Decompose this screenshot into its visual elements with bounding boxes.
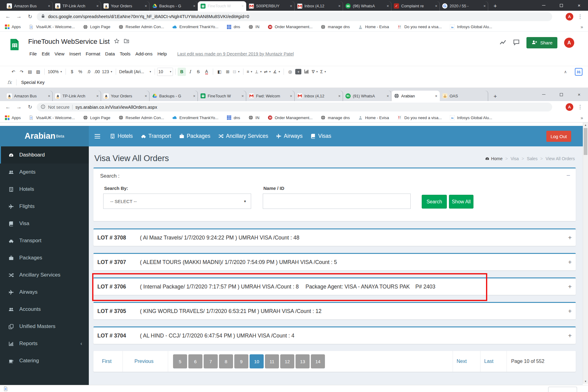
paint-format-icon[interactable]: ▨ xyxy=(34,68,42,76)
bookmark-item[interactable]: Order Management... xyxy=(267,24,313,29)
vertical-scrollbar[interactable]: ▲ ▼ xyxy=(583,123,588,384)
format-percent-button[interactable]: % xyxy=(76,68,85,76)
page-button[interactable]: 6 xyxy=(188,354,202,368)
menu-item[interactable]: Edit xyxy=(39,50,52,58)
bookmark-item[interactable]: manage dns xyxy=(321,115,350,120)
bookmark-item[interactable]: dns xyxy=(226,24,240,29)
bookmark-item[interactable]: Login Page xyxy=(83,115,110,120)
topnav-item[interactable]: Hotels xyxy=(106,126,137,146)
maximize-icon[interactable] xyxy=(552,0,570,11)
topnav-item[interactable]: Visas xyxy=(307,126,335,146)
expand-plus-icon[interactable]: + xyxy=(568,307,572,315)
profile-avatar[interactable]: A xyxy=(566,103,573,111)
bookmark-item[interactable]: manage dns xyxy=(321,24,350,29)
bookmarks-overflow-icon[interactable]: » xyxy=(581,24,583,29)
page-button[interactable]: 7 xyxy=(204,354,218,368)
functions-icon[interactable]: Σ▼ xyxy=(319,68,327,76)
reload-icon[interactable]: ↻ xyxy=(26,12,34,21)
close-icon[interactable]: × xyxy=(570,0,588,11)
sidebar-item[interactable]: Transport xyxy=(0,232,89,249)
browser-tab[interactable]: a Your Orders × xyxy=(101,91,149,101)
sidebar-item[interactable]: Agents xyxy=(0,164,89,181)
comments-icon[interactable] xyxy=(513,39,520,47)
browser-tab[interactable]: a TP-Link Arch × xyxy=(53,91,101,101)
topnav-item[interactable]: Ancillary Services xyxy=(214,126,272,146)
show-all-button[interactable]: Show All xyxy=(449,195,473,209)
expand-plus-icon[interactable]: + xyxy=(568,234,572,241)
tab-close-icon[interactable]: × xyxy=(241,4,244,8)
text-rotation-icon[interactable]: ∡▼ xyxy=(272,68,281,76)
formula-input[interactable]: Special Key xyxy=(21,80,45,85)
apps-shortcut[interactable]: Apps xyxy=(5,24,21,29)
calendar-side-panel-icon[interactable]: 31 xyxy=(575,68,582,76)
minimize-icon[interactable] xyxy=(535,88,552,101)
bookmark-item[interactable]: Do you need a visa... xyxy=(397,24,442,29)
browser-tab[interactable]: Arabian × xyxy=(391,91,440,101)
chrome-menu-icon[interactable]: ⋮ xyxy=(576,12,584,21)
menu-item[interactable]: Add-ons xyxy=(133,50,155,58)
expand-plus-icon[interactable]: + xyxy=(568,332,572,339)
browser-tab[interactable]: S00PERBUY × xyxy=(246,1,295,11)
menu-item[interactable]: Help xyxy=(155,50,169,58)
minimize-icon[interactable] xyxy=(535,0,552,11)
bookmark-item[interactable]: Reseller Admin Con... xyxy=(118,24,164,29)
document-title[interactable]: FineTouch WebService List xyxy=(28,38,110,46)
bookmark-star-icon[interactable] xyxy=(555,12,563,21)
filter-icon[interactable]: ∇▼ xyxy=(311,68,319,76)
horizontal-align-icon[interactable]: ≡▼ xyxy=(246,68,254,76)
page-button[interactable]: 9 xyxy=(234,354,248,368)
browser-tab[interactable]: FineTouch W × xyxy=(198,91,246,101)
bookmarks-overflow-icon[interactable]: » xyxy=(581,115,583,120)
menu-item[interactable]: Format xyxy=(83,50,103,58)
bookmark-item[interactable]: Login Page xyxy=(83,24,110,29)
font-size-select[interactable]: 10▼ xyxy=(157,68,173,76)
tab-close-icon[interactable]: × xyxy=(241,94,244,98)
close-icon[interactable]: × xyxy=(570,88,588,101)
pagination-last[interactable]: Last xyxy=(484,359,493,364)
tab-close-icon[interactable]: × xyxy=(145,4,147,8)
sheets-file-icon[interactable] xyxy=(10,39,19,51)
forward-icon[interactable]: → xyxy=(15,12,23,21)
bookmark-item[interactable]: Home - Evisa xyxy=(358,115,389,120)
bookmark-item[interactable]: Enrollment ThankYo... xyxy=(172,115,218,120)
address-bar[interactable]: docs.google.com/spreadsheets/d/1EaNne70m… xyxy=(37,12,552,21)
bookmark-item[interactable]: Visa4UK - Welcome... xyxy=(29,24,75,29)
topnav-item[interactable]: Airways xyxy=(272,126,307,146)
bookmark-item[interactable]: IN xyxy=(248,24,259,29)
bookmark-item[interactable]: Do you need a visa... xyxy=(397,115,442,120)
tab-close-icon[interactable]: × xyxy=(386,94,389,98)
page-button[interactable]: 13 xyxy=(296,354,310,368)
redo-icon[interactable]: ↷ xyxy=(17,68,26,76)
tab-close-icon[interactable]: × xyxy=(48,94,50,98)
tab-close-icon[interactable]: × xyxy=(386,4,389,8)
expand-plus-icon[interactable]: + xyxy=(568,283,572,290)
tab-close-icon[interactable]: × xyxy=(483,4,486,8)
browser-tab[interactable]: Backups - G × xyxy=(149,91,198,101)
bookmark-item[interactable]: In Infosys Global Alu... xyxy=(450,24,492,29)
apps-shortcut[interactable]: Apps xyxy=(5,115,21,120)
maximize-icon[interactable] xyxy=(552,88,570,101)
tab-close-icon[interactable]: × xyxy=(96,94,99,98)
topnav-item[interactable]: Transport xyxy=(137,126,175,146)
tab-close-icon[interactable]: × xyxy=(193,4,195,8)
page-button[interactable]: 10 xyxy=(250,354,264,368)
tab-close-icon[interactable]: × xyxy=(435,4,437,8)
sidebar-item[interactable]: Catering xyxy=(0,352,89,369)
page-button[interactable]: 8 xyxy=(219,354,233,368)
vertical-align-icon[interactable]: ⊥▼ xyxy=(254,68,263,76)
bookmark-item[interactable]: In Infosys Global Alu... xyxy=(450,115,492,120)
browser-tab[interactable]: 91 (91) WhatsA × xyxy=(343,91,391,101)
browser-tab[interactable]: FineTouch W × xyxy=(198,1,246,11)
insert-link-icon[interactable]: ◎ xyxy=(286,68,294,76)
expand-plus-icon[interactable]: + xyxy=(568,258,572,266)
breadcrumb-link[interactable]: Visa xyxy=(511,156,519,161)
pagination-previous[interactable]: Previous xyxy=(134,359,153,364)
logout-button[interactable]: Log Out xyxy=(546,131,571,142)
search-button[interactable]: Search xyxy=(422,195,447,209)
breadcrumb-home[interactable]: Home xyxy=(485,156,503,161)
topnav-item[interactable]: Packages xyxy=(175,126,214,146)
tab-close-icon[interactable]: × xyxy=(338,94,341,98)
strikethrough-button[interactable]: S xyxy=(194,68,202,76)
pagination-first[interactable]: First xyxy=(102,359,111,364)
italic-button[interactable]: I xyxy=(186,68,194,76)
